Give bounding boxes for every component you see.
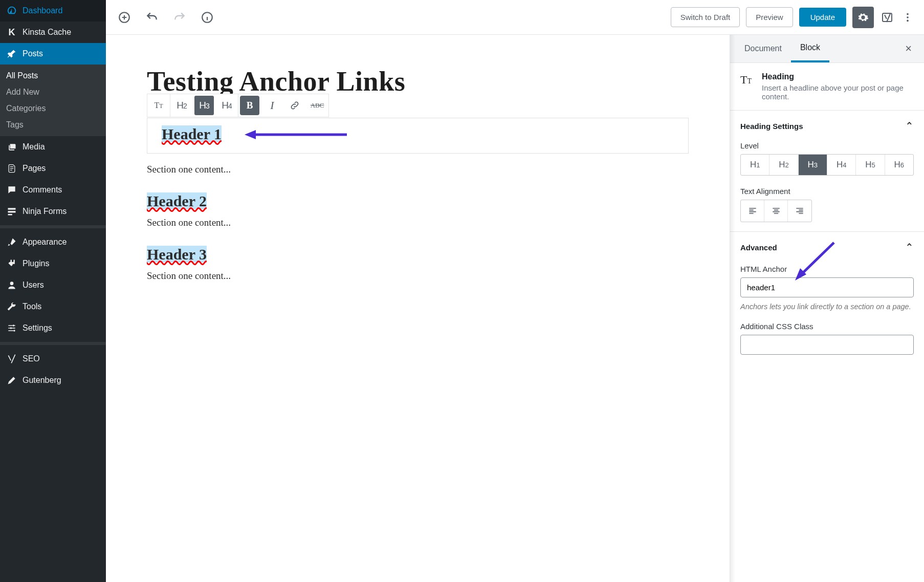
tab-document[interactable]: Document [735, 36, 791, 61]
sidebar-item-tools[interactable]: Tools [0, 296, 106, 317]
paragraph-1[interactable]: Section one content... [147, 164, 689, 175]
tab-block[interactable]: Block [791, 35, 829, 62]
info-button[interactable] [198, 8, 216, 27]
css-class-label: Additional CSS Class [740, 322, 914, 331]
switch-to-draft-button[interactable]: Switch to Draft [671, 7, 740, 27]
sidebar-item-gutenberg[interactable]: Gutenberg [0, 370, 106, 391]
posts-sub-add[interactable]: Add New [0, 84, 106, 100]
sidebar-item-label: Appearance [23, 238, 67, 247]
block-type-button[interactable]: TT [147, 94, 170, 117]
heading-1-text[interactable]: Header 1 [162, 125, 674, 143]
level-label: Level [740, 141, 914, 150]
align-left[interactable] [741, 200, 764, 222]
posts-sub-categories[interactable]: Categories [0, 100, 106, 117]
sidebar-item-ninja-forms[interactable]: Ninja Forms [0, 201, 106, 222]
admin-sidebar: Dashboard K Kinsta Cache Posts All Posts… [0, 0, 106, 582]
post-title[interactable]: Testing Anchor Links [147, 66, 689, 97]
paragraph-3[interactable]: Section one content... [147, 270, 689, 282]
sidebar-item-label: Pages [23, 164, 46, 173]
html-anchor-input[interactable] [740, 277, 914, 297]
sidebar-item-label: Posts [23, 49, 43, 58]
heading-level-selector: H1 H2 H3 H4 H5 H6 [740, 154, 914, 176]
sidebar-item-label: Tools [23, 302, 41, 311]
editor-canvas[interactable]: Testing Anchor Links TT H2 H3 H4 [106, 35, 730, 582]
svg-point-11 [907, 16, 909, 18]
svg-point-12 [907, 19, 909, 21]
inspector-close-button[interactable]: × [898, 37, 919, 60]
add-block-button[interactable] [115, 8, 134, 27]
sidebar-item-label: Plugins [23, 259, 49, 268]
sidebar-item-users[interactable]: Users [0, 274, 106, 296]
heading-3[interactable]: Header 3 [147, 246, 689, 263]
heading-level-h3[interactable]: H3 [194, 96, 214, 115]
level-h4[interactable]: H4 [827, 155, 856, 175]
heading-level-h4[interactable]: H4 [215, 94, 238, 117]
sidebar-item-appearance[interactable]: Appearance [0, 231, 106, 253]
advanced-section: Advanced ⌃ HTML Anchor Anchors lets you … [730, 232, 924, 364]
heading-2[interactable]: Header 2 [147, 192, 689, 210]
sidebar-item-comments[interactable]: Comments [0, 179, 106, 201]
format-italic[interactable]: I [261, 94, 283, 117]
yoast-icon [6, 353, 17, 364]
heading-block-icon: TT [740, 73, 755, 87]
sidebar-item-label: Kinsta Cache [23, 28, 71, 37]
yoast-panel-button[interactable] [880, 10, 894, 25]
align-center[interactable] [764, 200, 788, 222]
heading-settings-toggle[interactable]: Heading Settings ⌃ [740, 120, 914, 132]
editor-topbar: Switch to Draft Preview Update [106, 0, 924, 35]
level-h5[interactable]: H5 [856, 155, 885, 175]
posts-submenu: All Posts Add New Categories Tags [0, 64, 106, 136]
sidebar-item-seo[interactable]: SEO [0, 348, 106, 370]
undo-button[interactable] [143, 8, 161, 27]
sliders-icon [6, 322, 17, 334]
sidebar-item-label: Media [23, 142, 45, 152]
heading-level-h2[interactable]: H2 [170, 94, 193, 117]
sidebar-item-posts[interactable]: Posts [0, 43, 106, 64]
sidebar-item-settings[interactable]: Settings [0, 317, 106, 339]
align-right[interactable] [788, 200, 811, 222]
svg-rect-1 [8, 211, 16, 212]
level-h3[interactable]: H3 [799, 155, 827, 175]
sidebar-item-media[interactable]: Media [0, 136, 106, 158]
format-strikethrough[interactable]: ABC [306, 94, 328, 117]
update-button[interactable]: Update [799, 8, 846, 27]
advanced-toggle[interactable]: Advanced ⌃ [740, 241, 914, 253]
settings-toggle-button[interactable] [852, 7, 874, 28]
redo-button[interactable] [170, 8, 189, 27]
more-options-button[interactable] [900, 10, 915, 25]
anchor-hint: Anchors lets you link directly to a sect… [740, 303, 914, 311]
sidebar-item-label: SEO [23, 354, 40, 363]
svg-rect-0 [8, 208, 16, 209]
level-h2[interactable]: H2 [769, 155, 798, 175]
dashboard-icon [6, 5, 17, 16]
text-alignment-selector [740, 200, 812, 222]
sidebar-item-label: Users [23, 281, 44, 290]
comment-icon [6, 184, 17, 196]
svg-point-10 [907, 13, 909, 15]
sidebar-item-plugins[interactable]: Plugins [0, 253, 106, 274]
level-h1[interactable]: H1 [741, 155, 769, 175]
block-type-title: Heading [762, 72, 914, 81]
chevron-up-icon: ⌃ [905, 241, 914, 253]
sidebar-item-pages[interactable]: Pages [0, 158, 106, 179]
sidebar-item-dashboard[interactable]: Dashboard [0, 0, 106, 21]
sidebar-item-label: Ninja Forms [23, 207, 67, 216]
preview-button[interactable]: Preview [746, 7, 793, 27]
format-link[interactable] [283, 94, 306, 117]
sidebar-item-kinsta-cache[interactable]: K Kinsta Cache [0, 21, 106, 43]
paragraph-2[interactable]: Section one content... [147, 217, 689, 228]
block-type-desc: Insert a headline above your post or pag… [762, 83, 914, 101]
block-description: TT Heading Insert a headline above your … [730, 63, 924, 111]
svg-point-3 [10, 282, 14, 285]
posts-sub-all[interactable]: All Posts [0, 68, 106, 84]
posts-sub-tags[interactable]: Tags [0, 117, 106, 133]
text-align-label: Text Alignment [740, 187, 914, 196]
heading-settings-section: Heading Settings ⌃ Level H1 H2 H3 H4 H5 … [730, 111, 924, 232]
format-bold[interactable]: B [240, 96, 259, 115]
inspector-tabs: Document Block × [730, 35, 924, 63]
level-h6[interactable]: H6 [885, 155, 913, 175]
media-icon [6, 141, 17, 153]
css-class-input[interactable] [740, 335, 914, 355]
heading-block-selected[interactable]: TT H2 H3 H4 B I [147, 118, 689, 154]
wrench-icon [6, 301, 17, 312]
